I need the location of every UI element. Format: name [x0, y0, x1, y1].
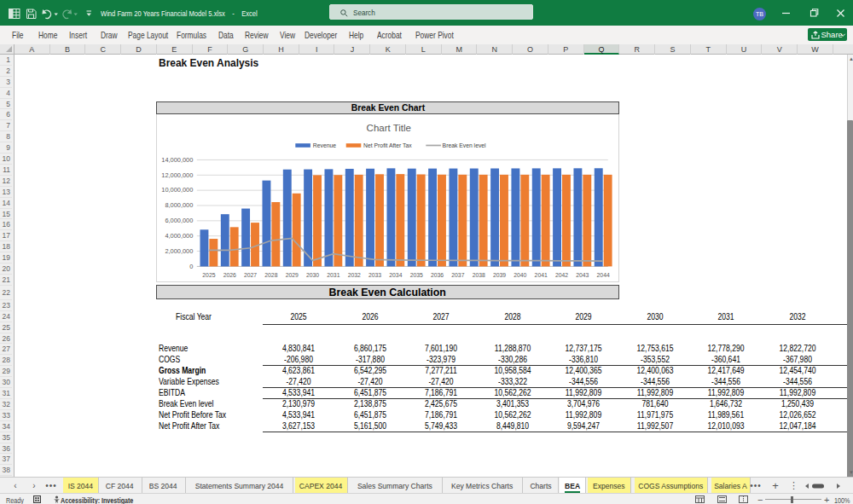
svg-text:12,000,000: 12,000,000	[161, 171, 193, 178]
svg-text:2033: 2033	[368, 272, 381, 278]
svg-text:2038: 2038	[472, 272, 485, 278]
svg-text:2032: 2032	[347, 272, 360, 278]
svg-text:14,000,000: 14,000,000	[161, 155, 193, 163]
svg-text:10,000,000: 10,000,000	[161, 186, 193, 194]
svg-text:2034: 2034	[389, 272, 402, 278]
svg-text:6,000,000: 6,000,000	[165, 217, 193, 224]
svg-text:Net Profit After Tax: Net Profit After Tax	[363, 142, 412, 148]
svg-text:4,000,000: 4,000,000	[165, 231, 193, 239]
svg-text:2041: 2041	[534, 272, 547, 278]
svg-text:Break Even level: Break Even level	[442, 142, 485, 148]
svg-text:2035: 2035	[409, 272, 422, 278]
svg-text:2028: 2028	[264, 272, 277, 278]
svg-text:2025: 2025	[202, 272, 215, 278]
svg-text:2036: 2036	[431, 272, 444, 278]
svg-text:Revenue: Revenue	[312, 142, 335, 148]
svg-text:2040: 2040	[514, 272, 526, 278]
svg-text:2029: 2029	[285, 272, 298, 278]
svg-text:8,000,000: 8,000,000	[165, 201, 193, 209]
svg-text:2031: 2031	[327, 272, 339, 278]
svg-text:2030: 2030	[306, 272, 319, 278]
svg-text:2,000,000: 2,000,000	[165, 246, 193, 254]
svg-text:2027: 2027	[244, 272, 257, 278]
svg-text:2039: 2039	[493, 272, 506, 278]
svg-text:2044: 2044	[596, 272, 609, 278]
svg-text:2026: 2026	[223, 272, 235, 278]
svg-text:2043: 2043	[576, 272, 589, 278]
svg-text:Chart Title: Chart Title	[366, 122, 410, 132]
svg-text:2042: 2042	[555, 272, 568, 278]
svg-text:2037: 2037	[451, 272, 464, 278]
svg-text:0: 0	[189, 262, 193, 269]
